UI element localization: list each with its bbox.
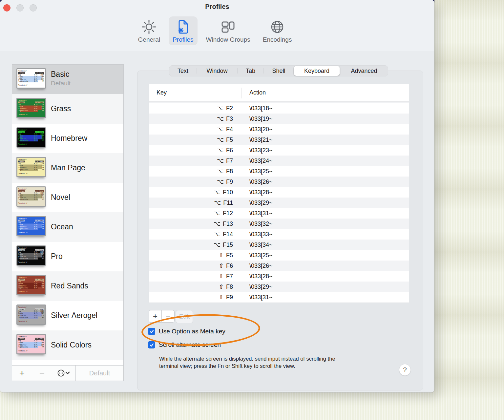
profile-name: Basic <box>51 70 69 79</box>
action-column-header[interactable]: Action <box>249 89 266 96</box>
table-body: ⌥F2\033[18~⌥F3\033[19~⌥F4\033[20~⌥F5\033… <box>149 103 409 303</box>
thumbnail-terminal-preview: Terminal#COMMAND%CPURPRVTtop4.1%231KXcod… <box>17 99 45 117</box>
profile-row-solid-colors[interactable]: Terminal#COMMAND%CPURPRVTtop4.1%231KXcod… <box>12 330 123 360</box>
edit-shortcut-button[interactable]: Edit <box>176 310 193 323</box>
table-row[interactable]: ⌥F14\033[33~ <box>149 229 409 240</box>
toolbar-item-general[interactable]: General <box>134 16 164 45</box>
profile-thumbnail: Terminal#COMMAND%CPURPRVTtop4.1%231KXcod… <box>16 216 46 236</box>
ellipsis-circle-chevron-icon <box>57 369 71 377</box>
process-mem: 4M <box>37 228 44 230</box>
profile-row-pro[interactable]: Terminal#COMMAND%CPURPRVTtop4.1%231KXcod… <box>12 242 123 271</box>
use-option-as-meta-checkbox[interactable] <box>148 328 155 335</box>
shift-key-icon: ⇧ <box>219 294 224 301</box>
table-row[interactable]: ⌥F9\033[26~ <box>149 177 409 187</box>
toolbar-item-profiles[interactable]: Profiles <box>169 16 197 45</box>
thumbnail-process-line: loginwindow0.0%4M <box>18 287 44 289</box>
tab-tab[interactable]: Tab <box>238 65 264 76</box>
remove-profile-button[interactable]: − <box>32 366 52 381</box>
profile-row-silver-aerogel[interactable]: Terminal#COMMAND%CPURPRVTtop4.1%231KXcod… <box>12 301 123 330</box>
tab-advanced[interactable]: Advanced <box>340 65 388 76</box>
toolbar-label: Encodings <box>263 36 292 43</box>
table-row[interactable]: ⇧F5\033[25~ <box>149 250 409 261</box>
profile-row-ocean[interactable]: Terminal#COMMAND%CPURPRVTtop4.1%231KXcod… <box>12 212 123 242</box>
globe-icon <box>269 19 285 35</box>
action-cell: \033[20~ <box>242 126 273 133</box>
titlebar: Profiles General <box>0 0 434 51</box>
profile-row-red-sands[interactable]: Terminal#COMMAND%CPURPRVTtop4.1%231KXcod… <box>12 271 123 301</box>
process-cpu: 0.0% <box>32 287 37 289</box>
key-cell: ⇧F6 <box>149 262 242 269</box>
process-name: loginwindow <box>18 228 32 230</box>
key-cell: ⇧F5 <box>149 252 242 259</box>
toolbar-label: General <box>138 36 160 43</box>
toolbar-item-window-groups[interactable]: Window Groups <box>202 16 254 45</box>
key-cell: ⌥F14 <box>149 231 242 238</box>
table-row[interactable]: ⌥F2\033[18~ <box>149 103 409 114</box>
profile-thumbnail: Terminal#COMMAND%CPURPRVTtop4.1%231KXcod… <box>16 334 46 354</box>
profile-row-man-page[interactable]: Terminal#COMMAND%CPURPRVTtop4.1%231KXcod… <box>12 153 123 183</box>
table-row[interactable]: ⇧F6\033[26~ <box>149 261 409 271</box>
table-row[interactable]: ⌥F8\033[25~ <box>149 166 409 177</box>
option-key-icon: ⌥ <box>217 158 224 164</box>
thumbnail-prompt-line: Terminal # <box>18 291 44 293</box>
tab-window[interactable]: Window <box>197 65 237 76</box>
thumbnail-process-line: loginwindow0.0%4M <box>18 169 44 171</box>
key-cell: ⌥F6 <box>149 147 242 154</box>
table-row[interactable]: ⌥F3\033[19~ <box>149 114 409 124</box>
profile-name: Man Page <box>51 163 85 172</box>
profile-row-grass[interactable]: Terminal#COMMAND%CPURPRVTtop4.1%231KXcod… <box>12 94 123 124</box>
option-key-icon: ⌥ <box>217 116 224 122</box>
profile-thumbnail: Terminal#COMMAND%CPURPRVTtop4.1%231KXcod… <box>16 68 46 89</box>
thumbnail-terminal-preview: Terminal#COMMAND%CPURPRVTtop4.1%231KXcod… <box>17 69 45 88</box>
table-row[interactable]: ⇧F7\033[28~ <box>149 271 409 282</box>
terminal-preferences-window: Profiles General <box>0 0 434 392</box>
table-row[interactable]: ⇧F8\033[29~ <box>149 282 409 292</box>
set-default-button[interactable]: Default <box>76 366 123 381</box>
process-cpu: 0.0% <box>32 228 37 230</box>
scroll-alternate-screen-checkbox[interactable] <box>148 341 155 348</box>
key-column-header[interactable]: Key <box>157 89 167 96</box>
profile-settings-card: TextWindowTabShellKeyboardAdvanced Key A… <box>137 71 423 390</box>
key-cell: ⌥F8 <box>149 168 242 175</box>
key-cell: ⌥F10 <box>149 189 242 196</box>
use-option-as-meta-label: Use Option as Meta key <box>159 328 225 335</box>
table-row[interactable]: ⌥F10\033[28~ <box>149 187 409 198</box>
table-row[interactable]: ⌥F11\033[29~ <box>149 198 409 208</box>
table-row[interactable]: ⌥F5\033[21~ <box>149 135 409 145</box>
profile-subtitle: Default <box>51 80 71 87</box>
key-cell: ⌥F11 <box>149 199 242 206</box>
thumbnail-terminal-preview: Terminal#COMMAND%CPURPRVTtop4.1%231KXcod… <box>17 276 45 294</box>
process-name: loginwindow <box>18 80 32 83</box>
thumbnail-prompt-line: Terminal # <box>18 143 44 145</box>
thumbnail-terminal-preview: Terminal#COMMAND%CPURPRVTtop4.1%231KXcod… <box>17 305 45 324</box>
profile-row-novel[interactable]: Terminal#COMMAND%CPURPRVTtop4.1%231KXcod… <box>12 183 123 212</box>
preferences-toolbar: General Profiles <box>0 16 430 45</box>
profile-name: Pro <box>51 252 63 261</box>
table-row[interactable]: ⌥F4\033[20~ <box>149 124 409 135</box>
table-row[interactable]: ⇧F9\033[31~ <box>149 292 409 303</box>
profile-row-basic[interactable]: Terminal#COMMAND%CPURPRVTtop4.1%231KXcod… <box>12 65 123 94</box>
table-row[interactable]: ⌥F13\033[32~ <box>149 219 409 229</box>
tab-shell[interactable]: Shell <box>264 65 294 76</box>
key-cell: ⌥F7 <box>149 157 242 164</box>
profile-thumbnail: Terminal#COMMAND%CPURPRVTtop4.1%231KXcod… <box>16 127 46 148</box>
tab-keyboard[interactable]: Keyboard <box>294 66 340 76</box>
thumbnail-process-line: loginwindow0.0%4M <box>18 199 44 201</box>
option-key-icon: ⌥ <box>214 200 221 206</box>
remove-shortcut-button[interactable]: − <box>162 310 175 323</box>
profile-row-homebrew[interactable]: Terminal#COMMAND%CPURPRVTtop4.1%231KXcod… <box>12 124 123 153</box>
shift-key-icon: ⇧ <box>219 252 224 259</box>
table-row[interactable]: ⌥F6\033[23~ <box>149 145 409 156</box>
toolbar-item-encodings[interactable]: Encodings <box>259 16 296 45</box>
table-row[interactable]: ⌥F15\033[34~ <box>149 240 409 250</box>
add-profile-button[interactable]: + <box>12 366 32 381</box>
table-row[interactable]: ⌥F7\033[24~ <box>149 156 409 166</box>
action-cell: \033[21~ <box>242 136 273 143</box>
help-button[interactable]: ? <box>399 364 411 376</box>
tab-text[interactable]: Text <box>169 65 197 76</box>
add-shortcut-button[interactable]: + <box>149 310 162 323</box>
process-name: loginwindow <box>18 199 32 201</box>
shift-key-icon: ⇧ <box>219 262 224 269</box>
table-row[interactable]: ⌥F12\033[31~ <box>149 208 409 219</box>
more-actions-button[interactable] <box>52 366 76 381</box>
